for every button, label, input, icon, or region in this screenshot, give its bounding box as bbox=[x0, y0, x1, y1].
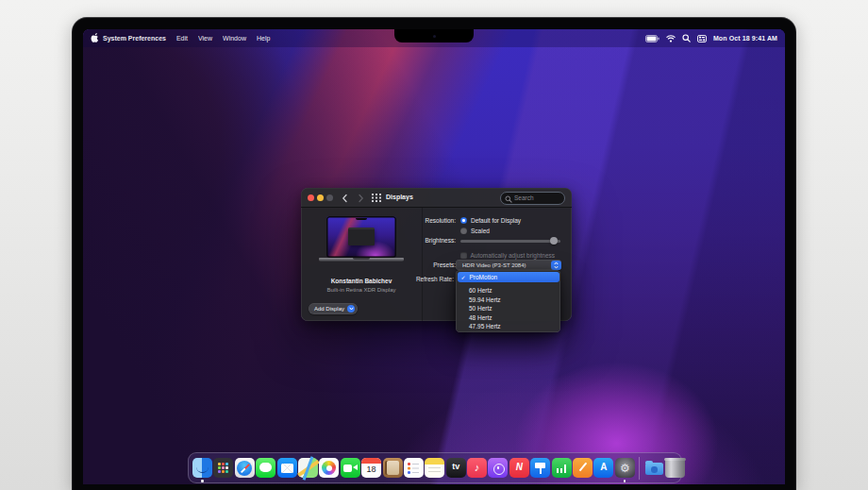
dock-icon-messages[interactable] bbox=[256, 458, 275, 478]
dock-icon-system-preferences[interactable] bbox=[615, 458, 635, 478]
dock-icon-finder[interactable] bbox=[192, 458, 212, 478]
auto-brightness-checkbox[interactable] bbox=[460, 252, 467, 259]
calendar-day: 18 bbox=[361, 465, 381, 474]
dock-icon-photos[interactable] bbox=[319, 458, 339, 478]
radio-scaled[interactable] bbox=[460, 228, 467, 234]
control-center-icon[interactable] bbox=[697, 35, 707, 42]
menu-help[interactable]: Help bbox=[257, 35, 270, 42]
menu-view[interactable]: View bbox=[198, 35, 212, 42]
radio-default-label[interactable]: Default for Display bbox=[471, 217, 521, 224]
menu-edit[interactable]: Edit bbox=[176, 35, 188, 42]
dock-icon-trash[interactable] bbox=[665, 458, 685, 478]
apple-logo-icon[interactable] bbox=[91, 33, 99, 43]
dock-icon-numbers[interactable] bbox=[552, 458, 572, 478]
window-title: Displays bbox=[386, 194, 413, 200]
chevron-down-icon bbox=[347, 305, 355, 313]
screen: System PreferencesEditViewWindowHelp bbox=[83, 29, 785, 484]
refresh-rate-menu: ✓ ProMotion 60 Hertz59.94 Hertz50 Hertz4… bbox=[456, 270, 560, 332]
search-input[interactable] bbox=[514, 193, 563, 204]
refresh-rate-options: 60 Hertz59.94 Hertz50 Hertz48 Hertz47.95… bbox=[456, 286, 560, 331]
dock-icon-launchpad[interactable] bbox=[213, 458, 233, 478]
menu-bar-menus: System PreferencesEditViewWindowHelp bbox=[103, 35, 270, 42]
dock-icon-facetime[interactable] bbox=[341, 458, 360, 478]
zoom-button[interactable] bbox=[326, 194, 333, 201]
display-thumbnail bbox=[326, 216, 396, 265]
resolution-label: Resolution: bbox=[390, 217, 456, 224]
menu-item-promotion-selected[interactable]: ✓ ProMotion bbox=[458, 272, 559, 282]
calendar-red-header bbox=[361, 458, 381, 464]
dock-icon-keynote[interactable] bbox=[530, 458, 550, 478]
menu-item-50-hertz[interactable]: 50 Hertz bbox=[456, 304, 560, 313]
dock-icon-pages[interactable] bbox=[573, 458, 593, 478]
menu-item-48-hertz[interactable]: 48 Hertz bbox=[456, 313, 560, 323]
dock-icon-contacts[interactable] bbox=[383, 458, 403, 478]
camera-dot bbox=[433, 35, 436, 38]
dock-icon-music[interactable] bbox=[467, 458, 487, 478]
dock-icon-podcasts[interactable] bbox=[488, 458, 508, 478]
dock-separator bbox=[639, 457, 640, 480]
menu-item-59-94-hertz[interactable]: 59.94 Hertz bbox=[456, 296, 560, 305]
back-button[interactable] bbox=[341, 194, 350, 203]
dock-icon-downloads[interactable] bbox=[644, 458, 664, 478]
menu-system-preferences[interactable]: System Preferences bbox=[103, 35, 166, 42]
photo-backdrop: System PreferencesEditViewWindowHelp bbox=[0, 0, 868, 490]
macbook-frame: System PreferencesEditViewWindowHelp bbox=[72, 17, 796, 490]
window-titlebar[interactable]: Displays bbox=[301, 188, 572, 208]
display-type: Built-in Retina XDR Display bbox=[301, 287, 422, 293]
popup-stepper-icon bbox=[551, 261, 561, 270]
radio-scaled-label[interactable]: Scaled bbox=[471, 228, 490, 234]
brightness-label: Brightness: bbox=[390, 237, 456, 244]
thumbnail-notch bbox=[356, 218, 367, 220]
brightness-slider[interactable] bbox=[460, 240, 560, 243]
dock-icon-notes[interactable] bbox=[425, 458, 444, 478]
running-indicator bbox=[624, 480, 626, 482]
wifi-icon[interactable] bbox=[666, 35, 676, 42]
minimize-button[interactable] bbox=[317, 194, 324, 201]
camera-notch bbox=[394, 29, 474, 42]
dock-icon-mail[interactable] bbox=[277, 458, 297, 478]
menu-window[interactable]: Window bbox=[223, 35, 246, 42]
menu-bar-clock[interactable]: Mon Oct 18 9:41 AM bbox=[713, 35, 777, 42]
auto-brightness-row: Automatically adjust brightness bbox=[460, 252, 555, 259]
menu-bar-status: Mon Oct 18 9:41 AM bbox=[645, 34, 777, 42]
dock-icon-calendar[interactable]: 18 bbox=[361, 458, 381, 478]
add-display-button[interactable]: Add Display bbox=[309, 303, 358, 314]
forward-button[interactable] bbox=[356, 194, 365, 203]
refresh-rate-label: Refresh Rate: bbox=[388, 276, 454, 282]
search-field-icon bbox=[505, 195, 512, 203]
checkmark-icon: ✓ bbox=[458, 274, 470, 280]
presets-value: HDR Video (P3-ST 2084) bbox=[456, 262, 526, 268]
menu-item-60-hertz[interactable]: 60 Hertz bbox=[456, 286, 560, 296]
search-icon[interactable] bbox=[682, 34, 691, 42]
thumbnail-base-notch bbox=[353, 258, 370, 260]
running-indicator bbox=[201, 480, 203, 482]
dock-icon-tv[interactable] bbox=[446, 458, 466, 478]
show-all-grid-icon[interactable] bbox=[372, 194, 381, 202]
dock-icon-safari[interactable] bbox=[235, 458, 255, 478]
battery-icon[interactable] bbox=[645, 35, 659, 42]
brightness-slider-knob[interactable] bbox=[550, 237, 558, 245]
presets-label: Presets: bbox=[390, 262, 456, 268]
presets-popup[interactable]: HDR Video (P3-ST 2084) bbox=[456, 260, 561, 270]
dock-icon-news[interactable] bbox=[509, 458, 529, 478]
thumbnail-screen bbox=[326, 216, 396, 258]
add-display-label: Add Display bbox=[314, 306, 344, 312]
downloads-badge bbox=[651, 466, 658, 473]
dock-icon-app-store[interactable] bbox=[593, 458, 613, 478]
dock-icon-maps[interactable] bbox=[298, 458, 318, 478]
search-field[interactable] bbox=[500, 192, 565, 205]
close-button[interactable] bbox=[308, 194, 314, 201]
menu-item-47-95-hertz[interactable]: 47.95 Hertz bbox=[456, 322, 560, 331]
thumbnail-mini-window bbox=[348, 228, 375, 245]
auto-brightness-label: Automatically adjust brightness bbox=[471, 252, 556, 259]
selected-rate-label: ProMotion bbox=[470, 274, 498, 280]
dock-icon-reminders[interactable] bbox=[404, 458, 424, 478]
radio-default-for-display[interactable] bbox=[460, 217, 467, 224]
dock: 18 bbox=[188, 452, 682, 483]
